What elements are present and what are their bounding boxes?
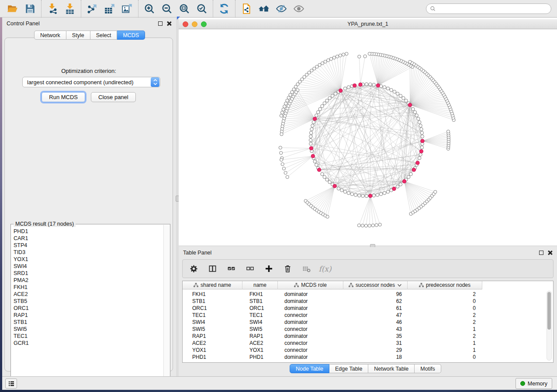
tab-style[interactable]: Style — [66, 31, 90, 40]
graph-node[interactable] — [327, 58, 330, 62]
graph-hub-node[interactable] — [339, 89, 343, 93]
network-window-titlebar[interactable]: YPA_prune.txt_1 — [179, 19, 557, 29]
table-cell[interactable]: PHD1 — [192, 354, 242, 361]
table-cell[interactable]: STB1 — [249, 298, 278, 305]
graph-node[interactable] — [434, 190, 437, 193]
graph-node[interactable] — [365, 194, 368, 197]
graph-node[interactable] — [386, 190, 389, 193]
table-cell[interactable]: FKH1 — [249, 291, 278, 298]
column-header-name[interactable]: name — [242, 281, 278, 289]
tab-mcds[interactable]: MCDS — [117, 31, 145, 40]
unselect-all-button[interactable] — [244, 263, 256, 275]
table-cell[interactable]: PHD1 — [249, 354, 278, 361]
table-cell[interactable]: RAP1 — [249, 333, 278, 340]
export-image-button[interactable] — [118, 1, 136, 16]
graph-node[interactable] — [286, 99, 289, 102]
graph-hub-node[interactable] — [353, 84, 356, 87]
mcds-result-item[interactable]: TID3 — [11, 249, 164, 256]
graph-node[interactable] — [326, 215, 329, 218]
graph-node[interactable] — [368, 52, 371, 55]
save-session-button[interactable] — [21, 1, 39, 16]
export-network-button[interactable] — [83, 1, 101, 16]
graph-node[interactable] — [413, 110, 416, 113]
table-cell[interactable]: RAP1 — [192, 333, 242, 340]
graph-node[interactable] — [313, 160, 316, 163]
graph-hub-node[interactable] — [412, 168, 415, 172]
table-cell[interactable]: dominator — [284, 291, 343, 298]
graph-node[interactable] — [321, 104, 324, 107]
graph-node[interactable] — [419, 124, 422, 127]
graph-node[interactable] — [363, 55, 367, 58]
graph-node[interactable] — [279, 146, 282, 149]
table-cell[interactable]: dominator — [284, 333, 343, 340]
table-cell[interactable]: 1 — [408, 326, 476, 333]
graph-node[interactable] — [375, 224, 378, 227]
graph-node[interactable] — [340, 189, 343, 192]
mcds-result-item[interactable]: STP4 — [11, 242, 164, 249]
zoom-selected-button[interactable] — [193, 1, 211, 16]
select-all-button[interactable] — [225, 263, 237, 275]
table-cell[interactable]: FKH1 — [192, 291, 242, 298]
table-cell[interactable]: connector — [284, 340, 343, 347]
import-network-button[interactable] — [44, 1, 61, 16]
home-button[interactable] — [255, 1, 273, 16]
graph-node[interactable] — [329, 57, 332, 60]
graph-node[interactable] — [311, 124, 314, 127]
graph-node[interactable] — [323, 175, 326, 179]
table-cell[interactable]: TEC1 — [192, 312, 242, 319]
mcds-result-item[interactable]: SWI5 — [11, 326, 164, 333]
graph-node[interactable] — [280, 151, 283, 155]
gear-button[interactable] — [188, 263, 199, 275]
graph-node[interactable] — [283, 105, 286, 108]
hide-details-button[interactable] — [273, 1, 290, 16]
graph-node[interactable] — [407, 175, 410, 179]
graph-node[interactable] — [372, 83, 375, 86]
mcds-result-item[interactable]: CAR1 — [11, 235, 164, 242]
table-cell[interactable]: 0 — [408, 298, 476, 305]
mcds-result-item[interactable]: FKH1 — [11, 284, 164, 291]
graph-node[interactable] — [343, 190, 346, 193]
graph-node[interactable] — [409, 172, 412, 175]
graph-hub-node[interactable] — [392, 187, 396, 190]
graph-node[interactable] — [325, 99, 329, 102]
graph-node[interactable] — [371, 224, 374, 227]
graph-node[interactable] — [339, 54, 342, 57]
graph-node[interactable] — [345, 52, 348, 55]
graph-node[interactable] — [365, 83, 368, 86]
float-panel-icon[interactable] — [158, 21, 163, 26]
mcds-result-item[interactable]: GCR1 — [11, 340, 164, 347]
graph-node[interactable] — [372, 194, 375, 197]
table-cell[interactable]: ORC1 — [192, 305, 242, 312]
graph-node[interactable] — [284, 171, 287, 174]
float-panel-icon[interactable] — [539, 251, 543, 255]
graph-node[interactable] — [309, 138, 312, 141]
graph-hub-node[interactable] — [369, 194, 372, 198]
graph-node[interactable] — [420, 131, 423, 134]
table-cell[interactable]: 47 — [343, 312, 402, 319]
graph-node[interactable] — [369, 83, 372, 86]
graph-node[interactable] — [316, 110, 319, 113]
table-cell[interactable]: 2 — [408, 312, 476, 319]
zoom-in-button[interactable] — [141, 1, 158, 16]
task-history-button[interactable] — [5, 378, 17, 389]
network-canvas[interactable] — [179, 29, 557, 245]
table-cell[interactable]: 29 — [343, 347, 402, 354]
table-cell[interactable]: 43 — [343, 326, 402, 333]
graph-node[interactable] — [310, 127, 313, 131]
tab-motifs[interactable]: Motifs — [415, 364, 441, 373]
graph-node[interactable] — [282, 108, 285, 111]
graph-node[interactable] — [280, 114, 283, 117]
graph-node[interactable] — [289, 93, 292, 96]
table-cell[interactable]: 2 — [408, 319, 476, 326]
add-column-button[interactable] — [263, 263, 274, 275]
graph-node[interactable] — [287, 96, 290, 99]
table-scrollbar[interactable] — [547, 291, 552, 361]
table-cell[interactable]: 0 — [408, 354, 476, 361]
graph-node[interactable] — [286, 175, 289, 179]
graph-hub-node[interactable] — [402, 179, 406, 183]
graph-node[interactable] — [396, 92, 399, 95]
table-cell[interactable]: STB1 — [192, 298, 242, 305]
graph-node[interactable] — [399, 183, 402, 186]
table-cell[interactable]: 46 — [343, 319, 402, 326]
table-cell[interactable]: 2 — [408, 333, 476, 340]
